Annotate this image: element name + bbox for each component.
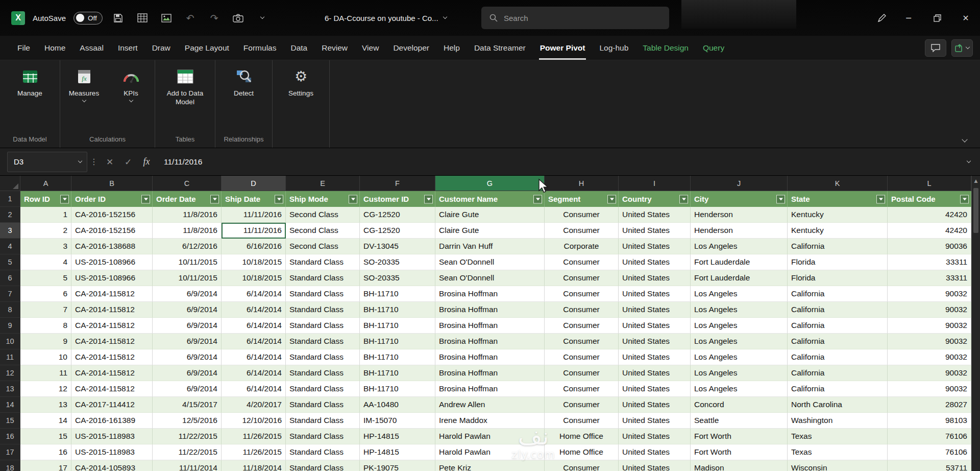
cell-K16[interactable]: Texas <box>788 429 888 444</box>
cell-C9[interactable]: 6/9/2014 <box>153 318 222 334</box>
cell-C8[interactable]: 6/9/2014 <box>153 302 222 318</box>
cell-K10[interactable]: California <box>788 334 888 349</box>
table-header-cell[interactable]: Country <box>619 191 691 207</box>
cell-F11[interactable]: BH-11710 <box>360 349 435 365</box>
cell-L13[interactable]: 90032 <box>888 381 971 397</box>
cell-B18[interactable]: CA-2014-105893 <box>71 460 153 471</box>
cell-E7[interactable]: Standard Class <box>286 286 360 302</box>
cell-E10[interactable]: Standard Class <box>286 334 360 349</box>
cell-A8[interactable]: 7 <box>20 302 71 318</box>
cell-J6[interactable]: Fort Lauderdale <box>691 270 788 286</box>
row-header-5[interactable]: 5 <box>0 254 20 270</box>
select-all-corner[interactable] <box>0 176 20 191</box>
cell-E4[interactable]: Second Class <box>286 239 360 254</box>
scrollbar-thumb[interactable] <box>973 188 978 233</box>
tab-insert[interactable]: Insert <box>111 36 145 60</box>
comments-button[interactable] <box>925 39 946 57</box>
tab-formulas[interactable]: Formulas <box>236 36 284 60</box>
filter-button[interactable] <box>679 195 688 203</box>
picture-button[interactable] <box>158 10 175 26</box>
cell-H3[interactable]: Consumer <box>545 223 619 239</box>
vertical-scrollbar[interactable]: ▲ <box>971 176 980 471</box>
cell-F15[interactable]: IM-15070 <box>360 413 435 429</box>
cell-K5[interactable]: Florida <box>788 254 888 270</box>
confirm-entry-button[interactable]: ✓ <box>119 152 137 172</box>
filter-button[interactable] <box>607 195 616 203</box>
spreadsheet-view-button[interactable] <box>134 10 151 26</box>
cell-B3[interactable]: CA-2016-152156 <box>71 223 153 239</box>
cell-H15[interactable]: Consumer <box>545 413 619 429</box>
save-button[interactable] <box>110 10 127 26</box>
cell-F10[interactable]: BH-11710 <box>360 334 435 349</box>
row-header-17[interactable]: 17 <box>0 444 20 460</box>
scroll-up-icon[interactable]: ▲ <box>972 176 980 186</box>
cell-K15[interactable]: Washington <box>788 413 888 429</box>
cell-E14[interactable]: Standard Class <box>286 397 360 413</box>
cell-E9[interactable]: Standard Class <box>286 318 360 334</box>
cell-E6[interactable]: Standard Class <box>286 270 360 286</box>
tab-draw[interactable]: Draw <box>145 36 178 60</box>
cell-I7[interactable]: United States <box>619 286 691 302</box>
cell-G2[interactable]: Claire Gute <box>435 207 545 223</box>
camera-button[interactable] <box>230 10 247 26</box>
row-header-18[interactable]: 18 <box>0 460 20 471</box>
tab-developer[interactable]: Developer <box>386 36 436 60</box>
table-header-cell[interactable]: Segment <box>545 191 619 207</box>
cell-F2[interactable]: CG-12520 <box>360 207 435 223</box>
excel-logo-icon[interactable]: X <box>11 11 25 25</box>
cell-B15[interactable]: CA-2016-161389 <box>71 413 153 429</box>
column-header-G[interactable]: G <box>435 176 545 191</box>
tab-help[interactable]: Help <box>436 36 467 60</box>
cell-F17[interactable]: HP-14815 <box>360 444 435 460</box>
cell-I16[interactable]: United States <box>619 429 691 444</box>
cell-G11[interactable]: Brosina Hoffman <box>435 349 545 365</box>
cell-I3[interactable]: United States <box>619 223 691 239</box>
cell-F8[interactable]: BH-11710 <box>360 302 435 318</box>
cell-E5[interactable]: Standard Class <box>286 254 360 270</box>
formula-input[interactable]: 11/11/2016 <box>156 152 958 172</box>
cell-I6[interactable]: United States <box>619 270 691 286</box>
cell-B14[interactable]: CA-2017-114412 <box>71 397 153 413</box>
cell-B7[interactable]: CA-2014-115812 <box>71 286 153 302</box>
cell-H11[interactable]: Consumer <box>545 349 619 365</box>
cell-A14[interactable]: 13 <box>20 397 71 413</box>
row-header-12[interactable]: 12 <box>0 365 20 381</box>
cell-J16[interactable]: Fort Worth <box>691 429 788 444</box>
cell-L11[interactable]: 90032 <box>888 349 971 365</box>
cell-B13[interactable]: CA-2014-115812 <box>71 381 153 397</box>
cell-C15[interactable]: 12/5/2016 <box>153 413 222 429</box>
cell-J14[interactable]: Concord <box>691 397 788 413</box>
cell-C5[interactable]: 10/11/2015 <box>153 254 222 270</box>
cell-G12[interactable]: Brosina Hoffman <box>435 365 545 381</box>
tab-page-layout[interactable]: Page Layout <box>178 36 236 60</box>
column-header-J[interactable]: J <box>691 176 788 191</box>
row-header-14[interactable]: 14 <box>0 397 20 413</box>
cell-C11[interactable]: 6/9/2014 <box>153 349 222 365</box>
cell-C12[interactable]: 6/9/2014 <box>153 365 222 381</box>
cell-F16[interactable]: HP-14815 <box>360 429 435 444</box>
cell-G15[interactable]: Irene Maddox <box>435 413 545 429</box>
filter-button[interactable] <box>424 195 433 203</box>
filter-button[interactable] <box>141 195 150 203</box>
cell-J10[interactable]: Los Angeles <box>691 334 788 349</box>
filter-button[interactable] <box>960 195 969 203</box>
cell-A12[interactable]: 11 <box>20 365 71 381</box>
cell-A17[interactable]: 16 <box>20 444 71 460</box>
tab-query[interactable]: Query <box>696 36 731 60</box>
cell-L4[interactable]: 90036 <box>888 239 971 254</box>
cell-A3[interactable]: 2 <box>20 223 71 239</box>
cell-H6[interactable]: Consumer <box>545 270 619 286</box>
minimize-button[interactable]: ─ <box>894 0 923 36</box>
table-header-cell[interactable]: Order ID <box>71 191 153 207</box>
cell-F18[interactable]: PK-19075 <box>360 460 435 471</box>
cell-G10[interactable]: Brosina Hoffman <box>435 334 545 349</box>
cell-H18[interactable]: Consumer <box>545 460 619 471</box>
cell-K2[interactable]: Kentucky <box>788 207 888 223</box>
settings-button[interactable]: ⚙ Settings <box>279 64 324 98</box>
column-header-H[interactable]: H <box>545 176 619 191</box>
cell-F7[interactable]: BH-11710 <box>360 286 435 302</box>
cell-D18[interactable]: 11/18/2014 <box>222 460 286 471</box>
tab-power-pivot[interactable]: Power Pivot <box>533 36 593 60</box>
cell-A6[interactable]: 5 <box>20 270 71 286</box>
tab-assaal[interactable]: Assaal <box>72 36 111 60</box>
